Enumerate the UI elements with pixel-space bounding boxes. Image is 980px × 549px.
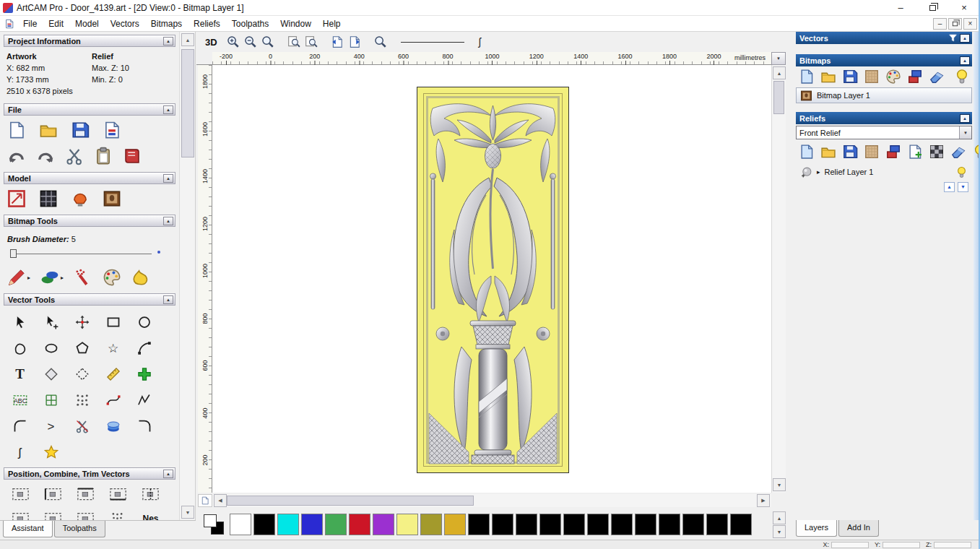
align-center-icon[interactable]	[134, 485, 167, 503]
primary-colour[interactable]	[204, 514, 217, 527]
relief-selector-arrow-icon[interactable]: ▼	[959, 126, 971, 139]
open-bitmap-icon[interactable]	[820, 69, 836, 85]
palette-swatch-0[interactable]	[230, 514, 251, 535]
paint-pencil-icon[interactable]	[7, 268, 26, 287]
tab-layers[interactable]: Layers	[796, 520, 837, 537]
palette-scroll-down-button[interactable]: ▼	[773, 525, 786, 538]
collapse-position-button[interactable]: ▲	[163, 470, 173, 478]
palette-swatch-13[interactable]	[539, 514, 561, 535]
file-section-header[interactable]: File ▲	[4, 103, 175, 116]
tab-add-in[interactable]: Add In	[838, 520, 879, 537]
close-vector-icon[interactable]: >	[35, 414, 66, 438]
palette-swatch-9[interactable]	[444, 514, 466, 535]
select-vectors-icon[interactable]	[4, 310, 35, 334]
envelope-distort-icon[interactable]	[35, 388, 66, 412]
set-model-position-icon[interactable]	[39, 189, 58, 208]
measure-icon[interactable]	[97, 362, 129, 386]
measure-distance-icon[interactable]	[102, 510, 134, 520]
assistant-scroll-up-button[interactable]: ▲	[181, 33, 194, 46]
snap-page-right-icon[interactable]	[346, 33, 363, 51]
adjust-lighting-icon[interactable]	[71, 189, 90, 208]
palette-swatch-15[interactable]	[587, 514, 609, 535]
close-button[interactable]: ×	[948, 0, 980, 16]
bitmaps-section-header[interactable]: Bitmaps ▲	[796, 54, 972, 66]
assistant-scrollbar[interactable]: ▲ ▼	[179, 32, 196, 520]
open-model-icon[interactable]	[39, 121, 58, 139]
airbrush-icon[interactable]	[74, 268, 92, 287]
canvas-scroll-right-button[interactable]: ▶	[757, 494, 770, 507]
palette-swatch-18[interactable]	[659, 514, 680, 535]
offset-vector-icon[interactable]	[35, 362, 66, 386]
mdi-close-button[interactable]: ×	[963, 18, 977, 30]
palette-swatch-10[interactable]	[468, 514, 490, 535]
palette-swatch-1[interactable]	[253, 514, 275, 535]
zoom-previous-icon[interactable]	[259, 33, 277, 51]
move-layer-up-button[interactable]: ▲	[944, 182, 955, 192]
align-top-icon[interactable]	[69, 485, 102, 503]
canvas-h-scroll-thumb[interactable]	[227, 496, 474, 506]
paste-icon[interactable]	[94, 147, 113, 165]
merge-bitmaps-icon[interactable]	[907, 69, 923, 85]
restore-button[interactable]	[916, 0, 948, 16]
menu-file[interactable]: File	[17, 19, 43, 29]
fillet-corner-icon[interactable]	[129, 414, 160, 438]
palette-swatch-14[interactable]	[563, 514, 585, 535]
paint-flyout-icon[interactable]: ▸	[61, 274, 64, 281]
pencil-flyout-icon[interactable]: ▸	[27, 274, 30, 281]
assistant-scroll-down-button[interactable]: ▼	[181, 506, 194, 519]
flood-fill-icon[interactable]	[131, 268, 150, 287]
nest-vectors-icon[interactable]: Nes	[134, 510, 167, 520]
cut-icon[interactable]	[65, 147, 84, 165]
palette-swatch-17[interactable]	[635, 514, 656, 535]
colour-reduce-icon[interactable]	[885, 69, 901, 85]
interactive-distortion-icon[interactable]	[97, 414, 129, 438]
relief-selector-dropdown[interactable]: Front Relief ▼	[796, 126, 972, 139]
mdi-restore-button[interactable]	[948, 18, 962, 30]
block-replicate-icon[interactable]	[37, 510, 69, 520]
menu-bitmaps[interactable]: Bitmaps	[145, 19, 188, 29]
align-bottom-icon[interactable]	[102, 485, 134, 503]
minimize-button[interactable]: –	[885, 0, 916, 16]
relief-layer-visibility-icon[interactable]	[955, 166, 968, 178]
line-width-widget[interactable]: ʃ	[401, 36, 481, 48]
save-model-icon[interactable]	[71, 121, 90, 139]
palette-swatch-12[interactable]	[516, 514, 537, 535]
palette-scroll-up-button[interactable]: ▲	[773, 511, 786, 524]
drawing-canvas[interactable]	[212, 65, 771, 493]
canvas-page-button[interactable]	[198, 494, 212, 507]
canvas-v-scrollbar[interactable]: ▲ ▼	[771, 65, 786, 493]
palette-swatch-16[interactable]	[611, 514, 633, 535]
fit-polyline-icon[interactable]	[129, 388, 160, 412]
create-star-icon[interactable]: ☆	[97, 336, 129, 360]
create-polyline-icon[interactable]	[4, 336, 35, 360]
model-section-header[interactable]: Model ▲	[4, 172, 175, 184]
palette-swatch-7[interactable]	[396, 514, 418, 535]
join-vectors-icon[interactable]	[4, 414, 35, 438]
bitmap-visibility-icon[interactable]	[954, 69, 970, 85]
brush-diameter-slider[interactable]	[10, 248, 152, 259]
zoom-scale-icon[interactable]	[372, 33, 389, 51]
palette-swatch-20[interactable]	[706, 514, 728, 535]
zoom-out-icon[interactable]	[242, 33, 259, 51]
bitmap-tools-header[interactable]: Bitmap Tools ▲	[4, 215, 175, 227]
palette-swatch-21[interactable]	[730, 514, 752, 535]
position-combine-header[interactable]: Position, Combine, Trim Vectors ▲	[4, 467, 175, 480]
save-bitmap-icon[interactable]	[842, 69, 858, 85]
relief-layer-row[interactable]: ▸ Relief Layer 1	[796, 164, 972, 180]
trim-to-vector-icon[interactable]	[66, 362, 97, 386]
new-bitmap-icon[interactable]	[799, 69, 815, 85]
align-left-icon[interactable]	[37, 485, 69, 503]
palette-swatch-4[interactable]	[325, 514, 347, 535]
center-in-page-icon[interactable]	[4, 485, 37, 503]
block-copy-rotate-icon[interactable]	[129, 362, 160, 386]
menu-vectors[interactable]: Vectors	[105, 19, 145, 29]
canvas-scroll-left-button[interactable]: ◀	[214, 494, 227, 507]
canvas-scroll-up-button[interactable]: ▲	[773, 66, 786, 79]
create-polygon-icon[interactable]	[66, 336, 97, 360]
tab-toolpaths[interactable]: Toolpaths	[54, 521, 105, 537]
group-vectors-icon[interactable]	[69, 510, 102, 520]
mdi-minimize-button[interactable]: –	[933, 18, 947, 30]
collapse-reliefs-button[interactable]: ▲	[960, 114, 970, 123]
reduce-colours-icon[interactable]	[123, 147, 142, 165]
new-relief-icon[interactable]	[799, 144, 815, 160]
